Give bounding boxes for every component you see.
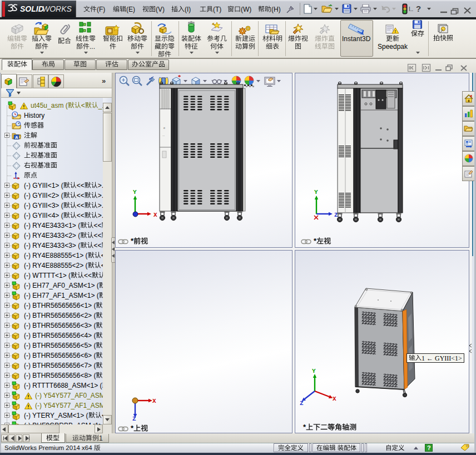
svg-text:(-) GYIII<3> (: (-) GYIII<3> ( <box>24 202 63 209</box>
svg-text:(-) BTHR56565656<4> (: (-) BTHR56565656<4> ( <box>24 332 96 339</box>
svg-text:(-) BTHR56565656<3> (: (-) BTHR56565656<3> ( <box>24 322 96 329</box>
svg-text:(-) BTHR56565656<1> (: (-) BTHR56565656<1> ( <box>24 302 96 309</box>
svg-text:(-) BTHR56565656<6> (: (-) BTHR56565656<6> ( <box>24 352 96 359</box>
svg-text:ut45u_asm (: ut45u_asm ( <box>31 102 68 109</box>
svg-text:(I): (I) <box>185 6 191 13</box>
svg-text:X: X <box>152 398 156 404</box>
svg-text:(-) BTHR56565656<5> (: (-) BTHR56565656<5> ( <box>24 342 96 349</box>
svg-text:(-) Y54Y577_AF0_ASM<1:: (-) Y54Y577_AF0_ASM<1: <box>35 392 103 399</box>
svg-text:(-) GYIII<2> (: (-) GYIII<2> ( <box>24 192 63 199</box>
svg-text:<<: << <box>77 182 85 189</box>
svg-text:<<: << <box>77 212 85 219</box>
svg-text:(-) RTTTT6688_ASM<1> (: (-) RTTTT6688_ASM<1> ( <box>24 382 102 389</box>
svg-text:(-) WTTTT<1> (: (-) WTTTT<1> ( <box>24 272 71 279</box>
svg-text:<<: << <box>77 192 85 199</box>
svg-text:(-) YTERY_ASM<1> (: (-) YTERY_ASM<1> ( <box>24 412 88 419</box>
svg-text:(F): (F) <box>97 6 105 13</box>
svg-text:SolidWorks Premium 2014 x64: SolidWorks Premium 2014 x64 <box>4 444 92 451</box>
svg-text:<<: << <box>93 222 101 229</box>
svg-text:*: * <box>131 424 134 432</box>
svg-text:?: ? <box>427 444 431 451</box>
svg-text:A: A <box>15 135 18 140</box>
svg-text:<<: << <box>93 232 101 239</box>
svg-text:(-) GYIII<4> (: (-) GYIII<4> ( <box>24 212 63 219</box>
svg-text:(-) RY4E888555<1> (: (-) RY4E888555<1> ( <box>24 252 88 259</box>
svg-text:WORKS: WORKS <box>42 4 72 13</box>
svg-text:<<: << <box>84 272 92 279</box>
svg-text:>.: >. <box>98 202 103 209</box>
svg-text:(V): (V) <box>156 6 165 13</box>
svg-text:(H): (H) <box>271 6 281 13</box>
svg-text:_: _ <box>98 102 102 109</box>
svg-text:>.: >. <box>98 212 103 219</box>
svg-text:>.: >. <box>98 182 103 189</box>
svg-text:SOLID: SOLID <box>20 4 44 13</box>
svg-text:(-) RY4E888555<2> (: (-) RY4E888555<2> ( <box>24 262 88 269</box>
svg-text:<<: << <box>93 242 101 249</box>
svg-text:(-) GYIII<1> (: (-) GYIII<1> ( <box>24 182 63 189</box>
svg-text:<: < <box>81 102 85 109</box>
svg-text:(-) RY4E3433<3> (: (-) RY4E3433<3> ( <box>24 242 80 249</box>
svg-text:(E): (E) <box>126 6 135 13</box>
svg-text:(-) EH77_AF1_ASM<1> (: (-) EH77_AF1_ASM<1> ( <box>24 292 99 299</box>
svg-text:(-) Y54Y577_AF1_ASM<1:: (-) Y54Y577_AF1_ASM<1: <box>35 402 103 409</box>
svg-text:(W): (W) <box>241 6 251 13</box>
svg-text:(-) RY4E3433<1> (: (-) RY4E3433<1> ( <box>24 222 80 229</box>
svg-text:(-) BTHR56565656<7> (: (-) BTHR56565656<7> ( <box>24 362 96 369</box>
svg-text:History: History <box>24 112 44 119</box>
svg-text:...: ... <box>162 133 165 137</box>
svg-text:(-) BTHR56565656<2> (: (-) BTHR56565656<2> ( <box>24 312 96 319</box>
svg-text:(-) EH77_AF0_ASM<1> (: (-) EH77_AF0_ASM<1> ( <box>24 282 99 289</box>
svg-text:o: o <box>163 126 165 129</box>
svg-text:Speedpak: Speedpak <box>378 43 408 51</box>
svg-text:Instant3D: Instant3D <box>342 35 371 43</box>
svg-text:>.: >. <box>98 192 103 199</box>
svg-text:(T): (T) <box>213 6 221 13</box>
svg-text:<<: << <box>77 202 85 209</box>
svg-text:...: ... <box>90 43 95 51</box>
svg-text:(-) BTHR56565656<8> (: (-) BTHR56565656<8> ( <box>24 372 96 379</box>
svg-text:!: ! <box>395 29 396 34</box>
svg-text:(-) RY4E3433<2> (: (-) RY4E3433<2> ( <box>24 232 80 239</box>
svg-text:Z: Z <box>132 416 136 422</box>
svg-text:1: 1 <box>99 434 103 442</box>
